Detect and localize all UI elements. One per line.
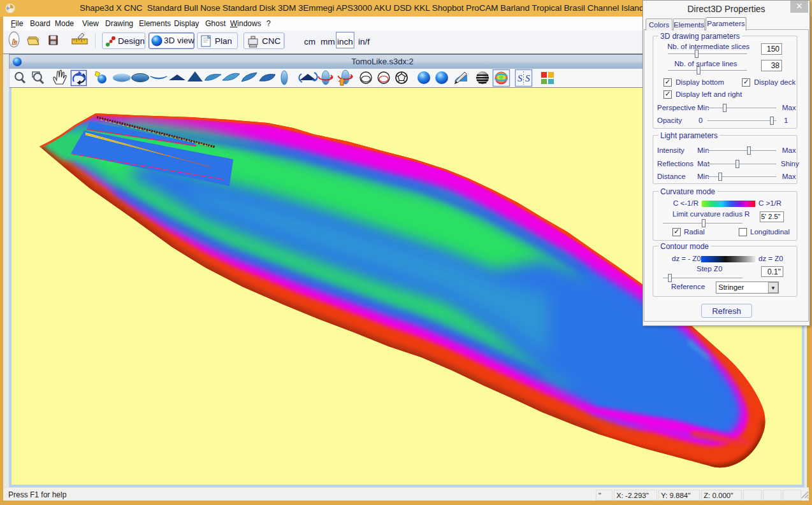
svg-text:S: S bbox=[525, 73, 530, 83]
svg-text:S: S bbox=[518, 73, 523, 83]
